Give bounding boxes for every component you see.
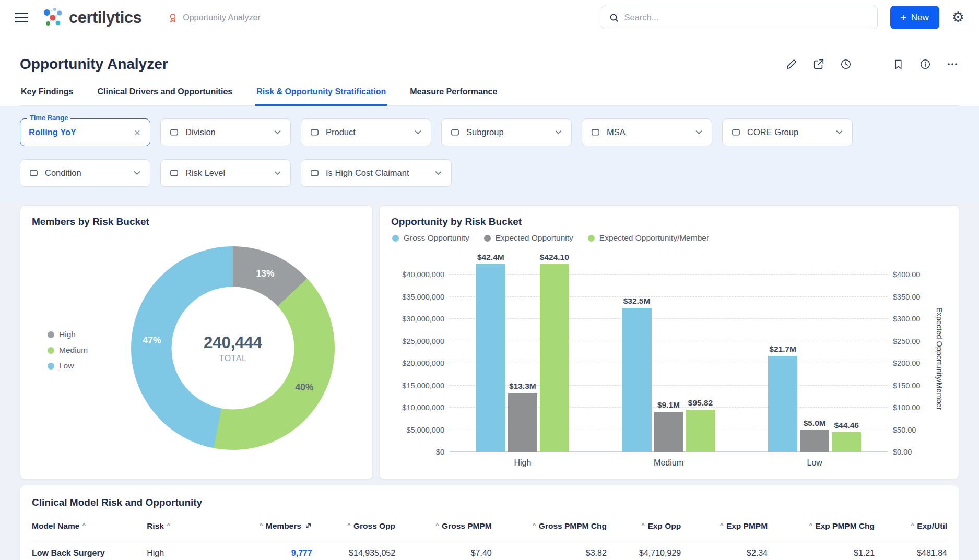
cell-risk: High bbox=[147, 539, 216, 560]
sort-caret-icon: ^ bbox=[533, 522, 536, 529]
time-range-filter[interactable]: Time Range Rolling YoY × bbox=[20, 118, 150, 146]
cell-gross-opp: $14,935,052 bbox=[312, 539, 395, 560]
filter-msa[interactable]: MSA bbox=[582, 118, 712, 146]
bar-value-label: $5.0M bbox=[804, 419, 826, 428]
search-icon bbox=[609, 13, 619, 23]
more-options-icon[interactable] bbox=[946, 57, 959, 71]
tab-bar: Key FindingsClinical Drivers and Opportu… bbox=[20, 87, 959, 106]
filter-condition[interactable]: Condition bbox=[20, 159, 150, 187]
bar-gross-opportunity-high[interactable]: $42.4M bbox=[476, 264, 505, 452]
filter-row-2: ConditionRisk LevelIs High Cost Claimant bbox=[20, 159, 959, 187]
bar-value-label: $44.46 bbox=[834, 421, 858, 430]
cell-model-name: Low Back Surgery bbox=[32, 539, 147, 560]
members-link[interactable]: 9,777 bbox=[291, 549, 312, 557]
filter-label: Subgroup bbox=[466, 127, 548, 137]
column-header-members[interactable]: ^Members bbox=[216, 514, 312, 539]
legend-item-gross-opportunity[interactable]: Gross Opportunity bbox=[392, 233, 469, 243]
cell-members[interactable]: 9,777 bbox=[216, 539, 312, 560]
clear-filter-icon[interactable]: × bbox=[133, 127, 141, 138]
logo[interactable]: certilytics bbox=[41, 6, 141, 29]
info-icon[interactable] bbox=[918, 57, 932, 71]
legend-item-high[interactable]: High bbox=[48, 330, 88, 339]
history-clock-icon[interactable] bbox=[839, 57, 853, 71]
column-header-risk[interactable]: Risk^ bbox=[147, 514, 216, 539]
column-header-gross-opp[interactable]: ^Gross Opp bbox=[312, 514, 395, 539]
tag-icon bbox=[169, 168, 179, 178]
menu-icon[interactable] bbox=[15, 13, 28, 22]
column-header-exp-opp[interactable]: ^Exp Opp bbox=[607, 514, 681, 539]
breadcrumb[interactable]: Opportunity Analyzer bbox=[168, 13, 261, 23]
tab-key-findings[interactable]: Key Findings bbox=[20, 87, 74, 106]
filter-label: MSA bbox=[607, 127, 688, 137]
tab-risk-opportunity-stratification[interactable]: Risk & Opportunity Stratification bbox=[255, 87, 387, 106]
legend-dot bbox=[48, 331, 54, 338]
tab-measure-performance[interactable]: Measure Performance bbox=[409, 87, 498, 106]
column-header-exp-pmpm-chg[interactable]: ^Exp PMPM Chg bbox=[768, 514, 875, 539]
bar-expected-opportunity-low[interactable]: $5.0M bbox=[800, 430, 829, 452]
filter-product[interactable]: Product bbox=[301, 118, 431, 146]
search-box[interactable] bbox=[601, 6, 878, 29]
filter-risk-level[interactable]: Risk Level bbox=[160, 159, 291, 187]
legend-item-medium[interactable]: Medium bbox=[48, 345, 88, 355]
bar-gross-opportunity-low[interactable]: $21.7M bbox=[768, 356, 797, 452]
column-header-gross-pmpm-chg[interactable]: ^Gross PMPM Chg bbox=[492, 514, 607, 539]
y-axis-tick-left: $40,000,000 bbox=[402, 270, 444, 279]
y-axis-tick-right: $300.00 bbox=[893, 314, 920, 324]
chevron-down-icon bbox=[273, 169, 282, 177]
cell-exp-pmpm-chg: $1.21 bbox=[768, 539, 875, 560]
bar-group-high: $42.4M$13.3M$424.10 bbox=[450, 247, 596, 452]
opportunity-by-risk-bucket-card: Opportunity by Risk Bucket Gross Opportu… bbox=[379, 205, 959, 480]
tag-icon bbox=[731, 127, 741, 137]
new-button-label: New bbox=[911, 13, 929, 23]
sort-caret-icon: ^ bbox=[435, 522, 439, 529]
filter-label: CORE Group bbox=[747, 127, 829, 137]
bookmark-icon[interactable] bbox=[891, 57, 905, 71]
bar-expected-opportunity-high[interactable]: $13.3M bbox=[508, 393, 537, 452]
column-header-model-name[interactable]: Model Name^ bbox=[32, 514, 147, 539]
legend-dot bbox=[392, 235, 399, 242]
legend-item-expected-opportunity-member[interactable]: Expected Opportunity/Member bbox=[588, 233, 709, 243]
y-axis-tick-left: $15,000,000 bbox=[402, 381, 444, 390]
chevron-down-icon bbox=[434, 169, 443, 177]
gear-icon[interactable]: ⚙ bbox=[952, 10, 964, 25]
bar-chart: $0$5,000,000$10,000,000$15,000,000$20,00… bbox=[391, 247, 947, 470]
bar-gross-opportunity-medium[interactable]: $32.5M bbox=[622, 308, 652, 452]
edit-icon[interactable] bbox=[785, 57, 798, 71]
bar-expected-opportunity-member-medium[interactable]: $95.82 bbox=[686, 410, 715, 452]
search-input[interactable] bbox=[624, 13, 870, 22]
chevron-down-icon bbox=[414, 128, 422, 137]
bar-expected-opportunity-member-high[interactable]: $424.10 bbox=[540, 264, 569, 452]
bar-group-medium: $32.5M$9.1M$95.82 bbox=[596, 247, 742, 452]
filter-subgroup[interactable]: Subgroup bbox=[441, 118, 572, 146]
donut-chart[interactable] bbox=[131, 246, 335, 450]
bar-expected-opportunity-member-low[interactable]: $44.46 bbox=[832, 432, 861, 452]
column-header-exp-util[interactable]: ^Exp/Util bbox=[875, 514, 947, 539]
filter-is-high-cost-claimant[interactable]: Is High Cost Claimant bbox=[301, 159, 452, 187]
sort-caret-icon: ^ bbox=[167, 522, 170, 529]
sort-caret-icon: ^ bbox=[260, 522, 263, 529]
clinical-model-table: Model Name^Risk^^Members^Gross Opp^Gross… bbox=[32, 514, 947, 560]
external-link-icon[interactable] bbox=[812, 57, 825, 71]
y-axis-title: Expected Opportunity/Member bbox=[931, 247, 947, 470]
sort-caret-icon: ^ bbox=[720, 522, 724, 529]
legend-item-expected-opportunity[interactable]: Expected Opportunity bbox=[484, 233, 573, 243]
bar-expected-opportunity-medium[interactable]: $9.1M bbox=[654, 412, 683, 452]
cell-gross-pmpm: $7.40 bbox=[395, 539, 492, 560]
x-axis-label-low: Low bbox=[741, 452, 888, 470]
filter-label: Is High Cost Claimant bbox=[326, 168, 428, 178]
tag-icon bbox=[310, 168, 320, 178]
column-header-gross-pmpm[interactable]: ^Gross PMPM bbox=[395, 514, 492, 539]
time-range-label: Time Range bbox=[27, 114, 70, 122]
page-header: Opportunity Analyzer Key FindingsClinica bbox=[0, 35, 979, 106]
new-button[interactable]: + New bbox=[890, 6, 939, 29]
legend-item-low[interactable]: Low bbox=[48, 361, 88, 371]
filter-core-group[interactable]: CORE Group bbox=[722, 118, 853, 146]
column-header-exp-pmpm[interactable]: ^Exp PMPM bbox=[681, 514, 768, 539]
y-axis-tick-right: $200.00 bbox=[893, 359, 920, 368]
filter-division[interactable]: Division bbox=[160, 118, 291, 146]
chevron-down-icon bbox=[273, 128, 282, 137]
bar-value-label: $32.5M bbox=[623, 296, 651, 306]
sort-caret-icon: ^ bbox=[82, 522, 86, 529]
tab-clinical-drivers-and-opportunities[interactable]: Clinical Drivers and Opportunities bbox=[96, 87, 233, 106]
chevron-down-icon bbox=[554, 128, 563, 137]
